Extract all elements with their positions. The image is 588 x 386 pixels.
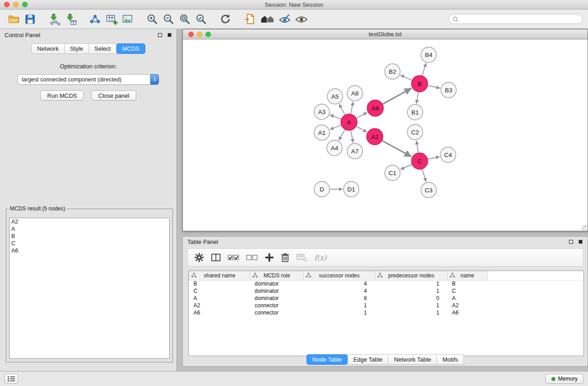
network-graph[interactable]: B4B2BB3A5A8A6B1A3AA1C2A2A4A7C4CC1C3DD1 <box>183 39 588 231</box>
list-item[interactable]: A2 <box>10 218 169 225</box>
edge-A-A6[interactable] <box>357 112 368 118</box>
network-zoom-button[interactable] <box>206 32 211 37</box>
node-B4[interactable]: B4 <box>421 47 436 62</box>
select-all-button[interactable] <box>228 251 239 264</box>
edge-B-B3[interactable] <box>428 86 440 88</box>
refresh-view-button[interactable] <box>217 11 234 27</box>
edge-A-A2[interactable] <box>357 126 367 132</box>
tab-network[interactable]: Network <box>31 43 65 54</box>
tab-network-table[interactable]: Network Table <box>388 354 437 365</box>
tab-motifs[interactable]: Motifs <box>436 354 464 365</box>
column-header-name[interactable]: name <box>448 271 488 280</box>
tab-edge-table[interactable]: Edge Table <box>347 354 388 365</box>
deselect-all-button[interactable] <box>246 251 258 264</box>
new-table-button[interactable] <box>103 11 120 27</box>
network-close-button[interactable] <box>188 32 194 37</box>
node-A6[interactable]: A6 <box>367 100 383 116</box>
resize-grip[interactable] <box>582 225 588 231</box>
column-header-predecessor-nodes[interactable]: predecessor nodes <box>375 271 448 280</box>
table-row[interactable]: Cdominator41C <box>189 287 584 295</box>
node-A5[interactable]: A5 <box>327 89 343 104</box>
edge-B-B4[interactable] <box>422 63 426 76</box>
show-columns-button[interactable] <box>211 251 221 264</box>
edge-A-A1[interactable] <box>330 125 341 129</box>
node-B[interactable]: B <box>411 76 428 92</box>
float-table-panel-icon[interactable] <box>569 240 573 244</box>
column-header-successor-nodes[interactable]: successor nodes <box>304 271 375 280</box>
minimize-window-button[interactable] <box>13 2 19 7</box>
table-row[interactable]: A6connector11A6 <box>189 309 584 316</box>
list-item[interactable]: A6 <box>10 247 169 254</box>
edge-A-A8[interactable] <box>351 102 353 114</box>
edge-A-A5[interactable] <box>339 104 345 115</box>
import-network-button[interactable] <box>46 11 62 27</box>
edge-C-C3[interactable] <box>422 169 426 182</box>
node-B2[interactable]: B2 <box>385 64 400 79</box>
function-builder-button[interactable]: f(x) <box>314 251 326 264</box>
edge-A6-B[interactable] <box>383 88 412 104</box>
float-panel-icon[interactable] <box>158 33 162 37</box>
node-A2[interactable]: A2 <box>367 129 383 145</box>
network-minimize-button[interactable] <box>197 32 202 37</box>
node-C4[interactable]: C4 <box>440 147 456 162</box>
export-image-button[interactable] <box>120 11 136 27</box>
node-C3[interactable]: C3 <box>421 182 436 198</box>
task-history-button[interactable] <box>5 374 18 384</box>
node-C2[interactable]: C2 <box>407 124 423 140</box>
table-settings-button[interactable] <box>194 251 204 264</box>
node-B3[interactable]: B3 <box>441 82 456 98</box>
save-session-button[interactable] <box>22 11 38 27</box>
edge-C-C1[interactable] <box>400 165 411 170</box>
node-A7[interactable]: A7 <box>347 143 363 159</box>
delete-column-button[interactable] <box>281 251 290 264</box>
show-graphics-details-button[interactable] <box>277 11 293 27</box>
optimization-criterion-select[interactable]: largest connected component (directed) ▲… <box>18 74 159 85</box>
list-item[interactable]: C <box>10 240 169 247</box>
zoom-in-button[interactable] <box>144 11 160 27</box>
open-session-button[interactable] <box>5 11 22 27</box>
node-A[interactable]: A <box>341 114 357 130</box>
export-document-button[interactable] <box>242 11 258 27</box>
edge-B-B2[interactable] <box>400 75 411 80</box>
list-item[interactable]: B <box>10 233 169 240</box>
network-canvas[interactable]: B4B2BB3A5A8A6B1A3AA1C2A2A4A7C4CC1C3DD1 <box>183 39 588 231</box>
edge-C-C2[interactable] <box>416 141 418 152</box>
memory-button[interactable]: Memory <box>545 374 583 384</box>
node-A1[interactable]: A1 <box>314 125 330 140</box>
zoom-selected-button[interactable] <box>193 11 209 27</box>
node-A4[interactable]: A4 <box>327 140 342 156</box>
edge-A-A3[interactable] <box>330 115 341 119</box>
close-window-button[interactable] <box>4 2 10 7</box>
tab-style[interactable]: Style <box>64 43 89 54</box>
home-button[interactable] <box>258 11 277 27</box>
node-D[interactable]: D <box>314 181 330 197</box>
tab-mcds[interactable]: MCDS <box>116 43 145 54</box>
zoom-fit-button[interactable] <box>177 11 193 27</box>
toggle-graphics-button[interactable] <box>293 11 310 27</box>
node-C[interactable]: C <box>411 153 428 169</box>
edge-C-C4[interactable] <box>428 157 440 159</box>
close-panel-icon[interactable]: ✖ <box>167 32 172 38</box>
table-row[interactable]: A2connector11A2 <box>189 302 584 309</box>
tab-select[interactable]: Select <box>89 43 117 54</box>
zoom-out-button[interactable] <box>160 11 177 27</box>
node-C1[interactable]: C1 <box>385 165 400 181</box>
table-row[interactable]: Adominator80A <box>189 295 584 302</box>
edge-A-A7[interactable] <box>351 131 353 143</box>
column-header-MCDS-role[interactable]: MCDS role <box>250 271 304 280</box>
delete-table-button[interactable] <box>296 251 307 264</box>
tab-node-table[interactable]: Node Table <box>306 354 348 365</box>
node-A3[interactable]: A3 <box>314 104 330 119</box>
edge-B-B1[interactable] <box>416 92 418 104</box>
new-network-button[interactable] <box>87 11 103 27</box>
add-column-button[interactable] <box>265 251 274 264</box>
node-B1[interactable]: B1 <box>407 105 423 120</box>
mcds-result-list[interactable]: A2ABCA6 <box>9 218 170 359</box>
close-panel-button[interactable]: Close panel <box>91 91 136 100</box>
search-input[interactable] <box>461 16 578 22</box>
edge-A2-C[interactable] <box>382 141 412 157</box>
network-window-titlebar[interactable]: testGlobe.txt <box>183 29 588 39</box>
close-table-panel-icon[interactable]: ✖ <box>578 239 583 245</box>
node-D1[interactable]: D1 <box>344 181 359 197</box>
edge-A-A4[interactable] <box>339 130 344 141</box>
